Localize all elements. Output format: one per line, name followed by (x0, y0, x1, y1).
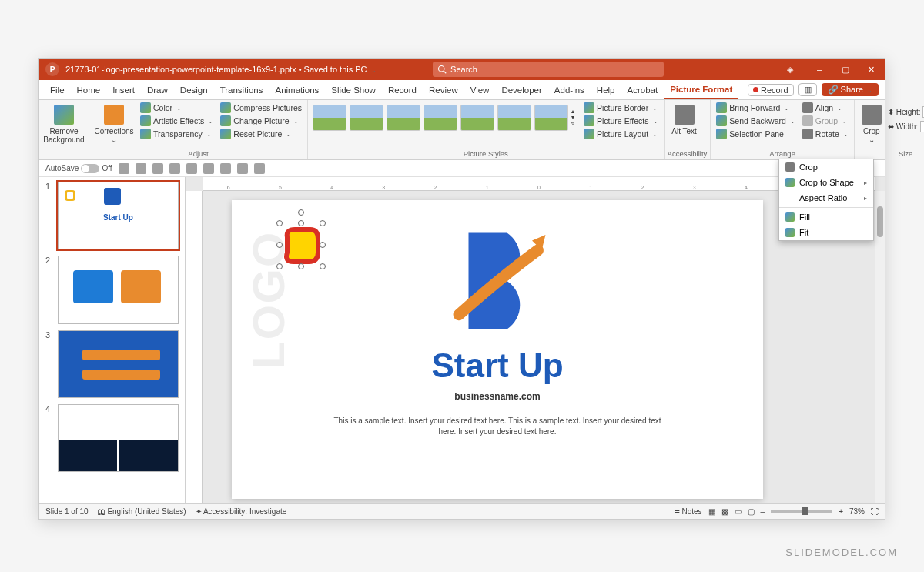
color-button[interactable]: Color⌄ (138, 102, 216, 114)
present-button[interactable]: ▥ (798, 83, 817, 96)
style-preset[interactable] (424, 105, 457, 131)
qat-icon[interactable] (203, 163, 214, 174)
bring-forward-button[interactable]: Bring Forward⌄ (714, 102, 798, 114)
tab-transitions[interactable]: Transitions (214, 80, 270, 99)
close-button[interactable]: ✕ (859, 59, 885, 80)
alt-text-button[interactable]: Alt Text (668, 102, 701, 135)
thumb-3[interactable]: 3 (45, 330, 179, 398)
crop-menu-shape[interactable]: Crop to Shape▸ (779, 175, 873, 190)
zoom-slider[interactable] (771, 510, 832, 513)
zoom-value[interactable]: 73% (849, 507, 865, 516)
tab-developer[interactable]: Developer (495, 80, 547, 99)
tab-design[interactable]: Design (174, 80, 214, 99)
resize-handle[interactable] (298, 220, 304, 226)
redo-icon[interactable] (152, 163, 163, 174)
corrections-button[interactable]: Corrections⌄ (92, 102, 136, 144)
view-slideshow-button[interactable]: ▢ (748, 507, 755, 516)
picture-effects-button[interactable]: Picture Effects⌄ (581, 115, 661, 127)
rotate-handle[interactable] (298, 209, 304, 216)
picture-styles-gallery[interactable]: ▴▾▿ (311, 102, 576, 134)
reset-picture-button[interactable]: Reset Picture⌄ (218, 128, 304, 140)
selection-pane-button[interactable]: Selection Pane (714, 128, 798, 140)
thumb-4[interactable]: 4 (45, 404, 179, 472)
zoom-in-button[interactable]: + (839, 507, 843, 516)
view-normal-button[interactable]: ▦ (708, 507, 715, 516)
fit-to-window-button[interactable]: ⛶ (871, 507, 879, 516)
ribbon-tabs: File Home Insert Draw Design Transitions… (39, 80, 885, 100)
resize-handle[interactable] (276, 220, 283, 226)
zoom-out-button[interactable]: – (761, 507, 765, 516)
style-preset[interactable] (534, 105, 568, 131)
share-button[interactable]: 🔗 Share ⌄ (822, 83, 879, 96)
resize-handle[interactable] (298, 263, 304, 269)
tab-record[interactable]: Record (382, 80, 423, 99)
accessibility-status[interactable]: ✦ Accessibility: Investigate (196, 507, 287, 516)
style-preset[interactable] (387, 105, 420, 131)
style-preset[interactable] (460, 105, 494, 131)
qat-icon[interactable] (237, 163, 248, 174)
crop-menu-fit[interactable]: Fit (779, 225, 873, 240)
slide-headline: Start Up (232, 346, 763, 385)
slideshow-icon[interactable] (169, 163, 180, 174)
rotate-button[interactable]: Rotate⌄ (800, 128, 851, 140)
resize-handle[interactable] (320, 242, 326, 248)
tab-acrobat[interactable]: Acrobat (621, 80, 665, 99)
qat-icon[interactable] (254, 163, 265, 174)
tab-review[interactable]: Review (423, 80, 464, 99)
resize-handle[interactable] (320, 220, 326, 226)
tab-draw[interactable]: Draw (141, 80, 174, 99)
save-icon[interactable] (119, 163, 129, 174)
tab-slideshow[interactable]: Slide Show (325, 80, 382, 99)
maximize-button[interactable]: ▢ (832, 59, 859, 80)
style-preset[interactable] (313, 105, 346, 131)
crop-menu-aspect[interactable]: Aspect Ratio▸ (779, 190, 873, 206)
transparency-button[interactable]: Transparency⌄ (138, 128, 216, 140)
artistic-effects-button[interactable]: Artistic Effects⌄ (138, 115, 216, 127)
record-button[interactable]: Record (748, 84, 793, 96)
notes-button[interactable]: ≐ Notes (674, 507, 702, 516)
align-button[interactable]: Align⌄ (800, 102, 851, 114)
resize-handle[interactable] (320, 263, 326, 269)
picture-border-button[interactable]: Picture Border⌄ (581, 102, 661, 114)
tab-picture-format[interactable]: Picture Format (664, 80, 738, 99)
remove-background-button[interactable]: Remove Background (42, 102, 85, 144)
tab-help[interactable]: Help (591, 80, 621, 99)
change-picture-button[interactable]: Change Picture⌄ (218, 115, 304, 127)
crop-menu-fill[interactable]: Fill (779, 209, 873, 225)
compress-button[interactable]: Compress Pictures (218, 102, 304, 114)
selected-picture[interactable] (280, 223, 323, 266)
qat-icon[interactable] (220, 163, 231, 174)
thumb-2[interactable]: 2 (45, 256, 179, 323)
resize-handle[interactable] (276, 263, 283, 269)
tab-animations[interactable]: Animations (269, 80, 325, 99)
view-sorter-button[interactable]: ▩ (721, 507, 728, 516)
autosave-toggle[interactable]: AutoSaveOff (45, 164, 112, 173)
picture-layout-button[interactable]: Picture Layout⌄ (581, 128, 661, 140)
language-status[interactable]: 🕮 English (United States) (98, 507, 186, 516)
style-preset[interactable] (350, 105, 383, 131)
scrollbar-thumb[interactable] (877, 206, 883, 237)
send-backward-button[interactable]: Send Backward⌄ (714, 115, 798, 127)
tab-file[interactable]: File (44, 80, 71, 99)
crop-menu-crop[interactable]: Crop (779, 159, 873, 175)
search-box[interactable]: Search (433, 62, 664, 77)
tab-insert[interactable]: Insert (106, 80, 141, 99)
vertical-scrollbar[interactable] (875, 191, 885, 503)
slide[interactable]: LOGO Start Up businessname.com This is a… (232, 200, 763, 499)
style-preset[interactable] (497, 105, 531, 131)
tab-view[interactable]: View (464, 80, 496, 99)
gallery-more-button[interactable]: ▴▾▿ (571, 109, 574, 127)
tab-addins[interactable]: Add-ins (548, 80, 591, 99)
crop-button[interactable]: Crop⌄ (858, 102, 886, 144)
width-input[interactable] (920, 121, 924, 132)
undo-icon[interactable] (136, 163, 146, 174)
tab-home[interactable]: Home (71, 80, 107, 99)
view-reading-button[interactable]: ▭ (735, 507, 742, 516)
quick-access-toolbar: AutoSaveOff (39, 160, 885, 177)
thumb-1[interactable]: 1 Start Up (45, 182, 179, 249)
minimize-button[interactable]: – (806, 59, 832, 80)
resize-handle[interactable] (276, 242, 283, 248)
location-icon[interactable]: ◈ (777, 59, 803, 80)
group-button[interactable]: Group⌄ (800, 115, 851, 127)
qat-icon[interactable] (186, 163, 197, 174)
